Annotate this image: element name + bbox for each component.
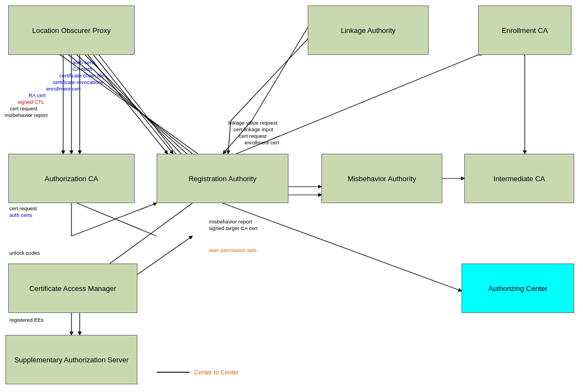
authorization-ca-node: Authorization CA [8, 154, 135, 203]
enrollment-cert-la-label: enrollment cert [245, 139, 279, 145]
registration-authority-node: Registration Authority [157, 154, 288, 203]
svg-line-24 [223, 203, 462, 291]
cert-request-la-label: cert request [239, 133, 266, 139]
svg-line-22 [110, 203, 192, 264]
intermediate-ca-node: Intermediate CA [464, 154, 574, 203]
svg-line-2 [88, 55, 168, 154]
misbehavior-report-ra-label: misbehavior report [209, 219, 252, 225]
registered-ees-label: registered EEs [9, 317, 43, 323]
svg-line-5 [99, 55, 176, 154]
svg-line-15 [236, 55, 478, 154]
cert-chain-file-label: certificate chain file [59, 72, 104, 79]
linkage-authority-node: Linkage Authority [308, 5, 429, 55]
signed-ctl-label: signed CTL [18, 99, 45, 105]
legend: Center to Center [157, 369, 238, 376]
svg-line-18 [77, 203, 157, 236]
enrollment-cert-label: enrollment cert [46, 86, 81, 92]
svg-line-23 [137, 236, 192, 275]
signed-target-ca-cert-label: signed target CA cert [209, 225, 258, 231]
architecture-diagram: Location Obscurer Proxy Linkage Authorit… [0, 0, 583, 392]
center-to-center-label: Center to Center [194, 369, 238, 376]
auth-certs-label: auth certs [73, 59, 96, 65]
cert-request-auth-label: cert request [9, 205, 37, 211]
unlock-codes-label: unlock codes [9, 250, 40, 256]
svg-line-13 [228, 121, 231, 154]
authorizing-center-node: Authorizing Center [462, 264, 574, 313]
enrollment-ca-node: Enrollment CA [478, 5, 571, 55]
misbehavior-authority-node: Misbehavior Authority [321, 154, 442, 203]
cert-revocations-label: certificate revocations [53, 79, 103, 85]
auth-certs-auth-label: auth certs [9, 212, 32, 218]
user-permission-sets-label: user permission sets [209, 247, 257, 253]
supplementary-auth-server-node: Supplementary Authorization Server [5, 335, 137, 384]
cert-request-loc-label: cert request [10, 105, 37, 111]
location-obscurer-proxy-node: Location Obscurer Proxy [8, 5, 135, 55]
svg-line-17 [71, 203, 157, 236]
certificate-access-manager-node: Certificate Access Manager [8, 264, 137, 313]
svg-line-10 [252, 27, 308, 121]
svg-line-3 [93, 55, 173, 154]
misbehavior-report-loc-label: misbehavior report [4, 112, 48, 118]
ra-cert-label: RA cert [29, 92, 46, 98]
cert-linkage-input-label: cert linkage input [234, 126, 273, 132]
svg-line-7 [77, 55, 187, 154]
svg-line-6 [85, 55, 181, 154]
ca-certs-label: CA certs [73, 66, 92, 72]
svg-line-12 [231, 30, 316, 121]
linkage-value-request-label: linkage value request [228, 120, 277, 126]
